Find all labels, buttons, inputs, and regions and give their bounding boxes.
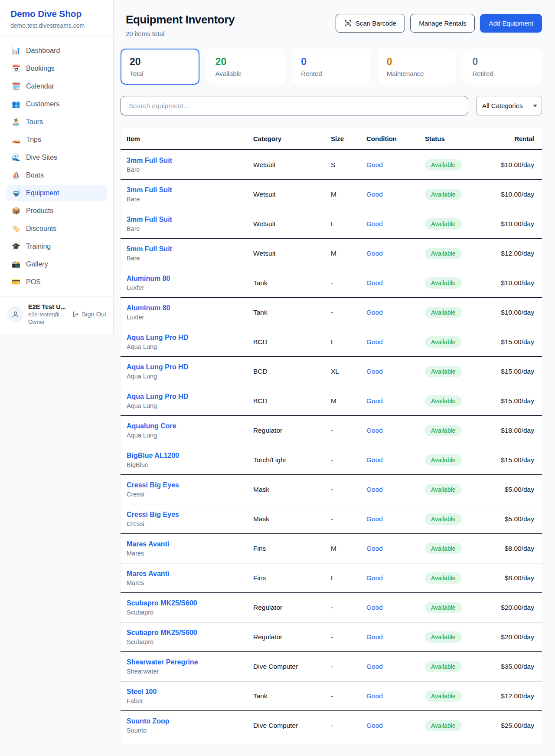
item-name-link[interactable]: Shearwater Peregrine bbox=[127, 658, 198, 666]
rental-cell: $12.00/day bbox=[473, 250, 542, 257]
sidebar-item-pos[interactable]: 💳 POS bbox=[6, 274, 107, 290]
sidebar-item-dive-sites[interactable]: 🌊 Dive Sites bbox=[6, 149, 107, 165]
item-name-link[interactable]: Aluminum 80 bbox=[127, 275, 170, 283]
sidebar-item-tours[interactable]: 🏝️ Tours bbox=[6, 114, 107, 130]
sidebar-item-calendar[interactable]: 🗓️ Calendar bbox=[6, 78, 107, 94]
stat-value: 20 bbox=[215, 56, 276, 68]
item-name-link[interactable]: Scubapro MK25/S600 bbox=[127, 629, 197, 637]
sidebar-item-products[interactable]: 📦 Products bbox=[6, 203, 107, 219]
table-body: 3mm Full Suit Bare Wetsuit S Good Availa… bbox=[121, 150, 542, 740]
condition-link[interactable]: Good bbox=[366, 220, 383, 227]
category-select[interactable]: All Categories bbox=[476, 96, 542, 115]
sidebar-item-gallery[interactable]: 📸 Gallery bbox=[6, 256, 107, 272]
item-name-link[interactable]: Aqua Lung Pro HD bbox=[127, 334, 188, 342]
item-name-link[interactable]: 5mm Full Suit bbox=[127, 245, 172, 253]
condition-link[interactable]: Good bbox=[366, 722, 383, 729]
condition-link[interactable]: Good bbox=[366, 515, 383, 523]
stat-card-rented[interactable]: 0 Rented bbox=[292, 49, 371, 85]
stat-card-maintenance[interactable]: 0 Maintenance bbox=[378, 49, 457, 85]
sidebar-item-boats[interactable]: ⛵ Boats bbox=[6, 167, 107, 183]
status-badge: Available bbox=[425, 513, 462, 525]
status-badge: Available bbox=[425, 159, 462, 171]
sidebar-item-label: Equipment bbox=[26, 189, 59, 197]
item-name-link[interactable]: Aluminum 80 bbox=[127, 304, 170, 312]
sidebar-item-label: Bookings bbox=[26, 65, 55, 72]
item-name-link[interactable]: Suunto Zoop bbox=[127, 717, 170, 725]
sidebar-item-discounts[interactable]: 🏷️ Discounts bbox=[6, 220, 107, 237]
item-name-link[interactable]: 3mm Full Suit bbox=[127, 186, 172, 194]
condition-link[interactable]: Good bbox=[366, 692, 383, 700]
sidebar-item-dashboard[interactable]: 📊 Dashboard bbox=[6, 43, 107, 59]
sidebar-item-label: Dive Sites bbox=[26, 154, 57, 161]
stat-card-available[interactable]: 20 Available bbox=[206, 49, 285, 85]
sign-out-label: Sign Out bbox=[82, 311, 106, 318]
condition-link[interactable]: Good bbox=[366, 456, 383, 463]
table-row: Aqua Lung Pro HD Aqua Lung BCD XL Good A… bbox=[121, 357, 542, 386]
item-name-link[interactable]: 3mm Full Suit bbox=[127, 216, 172, 224]
item-name-link[interactable]: Aqua Lung Pro HD bbox=[127, 393, 188, 401]
size-cell: M bbox=[331, 545, 366, 552]
condition-link[interactable]: Good bbox=[366, 574, 383, 582]
table-row: Mares Avanti Mares Fins M Good Available… bbox=[121, 534, 542, 563]
condition-link[interactable]: Good bbox=[366, 250, 383, 257]
condition-link[interactable]: Good bbox=[366, 309, 383, 316]
sidebar-nav: 📊 Dashboard 📅 Bookings 🗓️ Calendar 👥 Cus… bbox=[0, 36, 113, 296]
condition-link[interactable]: Good bbox=[366, 279, 383, 286]
stat-label: Available bbox=[215, 70, 276, 77]
item-name-link[interactable]: Aqua Lung Pro HD bbox=[127, 363, 188, 371]
condition-link[interactable]: Good bbox=[366, 338, 383, 345]
condition-link[interactable]: Good bbox=[366, 604, 383, 611]
user-email: e2e-tester@... bbox=[28, 311, 68, 318]
item-name-link[interactable]: 3mm Full Suit bbox=[127, 157, 172, 164]
sidebar-item-customers[interactable]: 👥 Customers bbox=[6, 96, 107, 112]
item-name-link[interactable]: Scubapro MK25/S600 bbox=[127, 599, 197, 607]
table-row: Suunto Zoop Suunto Dive Computer - Good … bbox=[121, 711, 542, 740]
rental-cell: $10.00/day bbox=[473, 191, 542, 198]
sidebar-item-bookings[interactable]: 📅 Bookings bbox=[6, 60, 107, 76]
condition-link[interactable]: Good bbox=[366, 633, 383, 641]
category-cell: Fins bbox=[253, 574, 331, 582]
condition-link[interactable]: Good bbox=[366, 161, 383, 168]
category-cell: Torch/Light bbox=[253, 456, 331, 464]
sidebar-item-training[interactable]: 🎓 Training bbox=[6, 238, 107, 254]
category-cell: Mask bbox=[253, 486, 331, 493]
add-equipment-button[interactable]: Add Equipment bbox=[480, 14, 542, 33]
rental-cell: $12.00/day bbox=[473, 692, 542, 700]
item-name-link[interactable]: Cressi Big Eyes bbox=[127, 481, 179, 489]
condition-link[interactable]: Good bbox=[366, 368, 383, 375]
stat-card-retired[interactable]: 0 Retired bbox=[463, 49, 542, 85]
item-name-link[interactable]: Aqualung Core bbox=[127, 422, 176, 430]
category-cell: Dive Computer bbox=[253, 722, 331, 730]
sidebar-item-tours-icon: 🏝️ bbox=[11, 118, 21, 126]
condition-link[interactable]: Good bbox=[366, 663, 383, 670]
sidebar-item-label: Customers bbox=[26, 100, 59, 108]
item-name-link[interactable]: Steel 100 bbox=[127, 688, 157, 696]
scan-barcode-button[interactable]: Scan Barcode bbox=[336, 14, 405, 33]
item-name-link[interactable]: Mares Avanti bbox=[127, 570, 169, 578]
stat-card-total[interactable]: 20 Total bbox=[121, 49, 199, 85]
condition-link[interactable]: Good bbox=[366, 486, 383, 493]
sidebar-item-label: Boats bbox=[26, 171, 44, 179]
manage-rentals-button[interactable]: Manage Rentals bbox=[410, 14, 475, 33]
sign-out-button[interactable]: Sign Out bbox=[72, 311, 106, 318]
status-badge: Available bbox=[425, 248, 462, 259]
category-cell: Tank bbox=[253, 692, 331, 700]
item-name-link[interactable]: Cressi Big Eyes bbox=[127, 511, 179, 519]
condition-link[interactable]: Good bbox=[366, 427, 383, 434]
col-status: Status bbox=[425, 135, 473, 142]
item-name-link[interactable]: BigBlue AL1200 bbox=[127, 452, 179, 460]
size-cell: L bbox=[331, 574, 366, 582]
condition-link[interactable]: Good bbox=[366, 191, 383, 198]
item-brand: Faber bbox=[127, 697, 250, 704]
user-meta: E2E Test U... e2e-tester@... Owner bbox=[28, 303, 68, 326]
sidebar-item-trips[interactable]: 🚤 Trips bbox=[6, 131, 107, 148]
manage-rentals-label: Manage Rentals bbox=[419, 20, 466, 27]
item-brand: Aqua Lung bbox=[127, 373, 250, 380]
search-input[interactable] bbox=[121, 96, 468, 115]
condition-link[interactable]: Good bbox=[366, 545, 383, 552]
sidebar-item-boats-icon: ⛵ bbox=[11, 171, 21, 179]
item-name-link[interactable]: Mares Avanti bbox=[127, 540, 169, 548]
page-header: Equipment Inventory 20 items total Scan … bbox=[121, 13, 542, 37]
sidebar-item-equipment[interactable]: 🤿 Equipment bbox=[6, 185, 107, 201]
condition-link[interactable]: Good bbox=[366, 397, 383, 404]
